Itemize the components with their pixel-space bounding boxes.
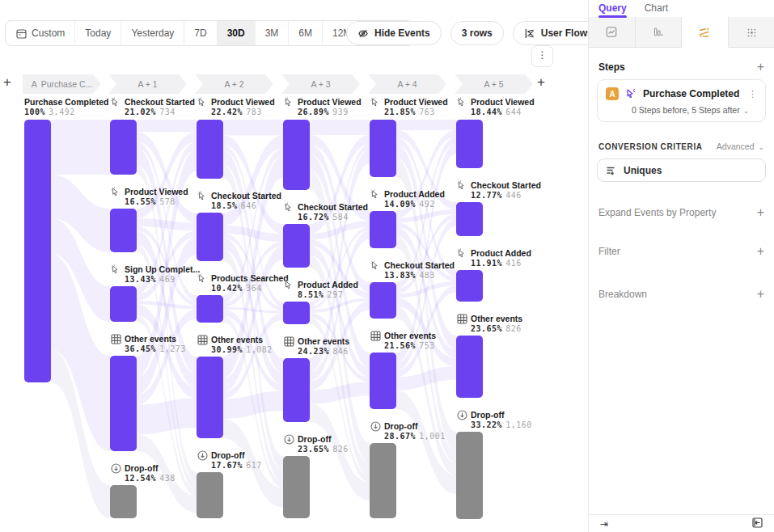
sankey-node-label[interactable]: Drop-off33.22%1,160 (456, 409, 532, 432)
chart-type-bar-button[interactable] (636, 17, 683, 47)
sankey-node-label[interactable]: Product Added11.91%416 (456, 247, 531, 270)
sankey-node-label[interactable]: Other events23.65%826 (456, 313, 522, 336)
sankey-node-bar[interactable] (197, 472, 223, 518)
add-step-before-button[interactable]: + (3, 76, 11, 89)
column-header-0[interactable]: APurchase C... (23, 74, 101, 94)
expand-events-row[interactable]: Expand Events by Property + (598, 207, 764, 218)
sankey-node-label[interactable]: Product Viewed26.89%939 (283, 96, 362, 119)
range-yesterday-button[interactable]: Yesterday (121, 21, 184, 45)
sankey-node-bar[interactable] (197, 120, 223, 179)
sankey-node-bar[interactable] (283, 302, 310, 324)
range-3m-button[interactable]: 3M (255, 21, 289, 45)
sankey-node-bar[interactable] (283, 358, 310, 422)
sankey-node-bar[interactable] (110, 286, 137, 322)
column-header-2[interactable]: A + 2 (195, 74, 273, 94)
sankey-node-bar[interactable] (456, 270, 483, 302)
sankey-node-label[interactable]: Product Viewed16.55%578 (110, 186, 188, 209)
range-7d-button[interactable]: 7D (184, 21, 216, 45)
step-card[interactable]: A Purchase Completed ⋮ 0 Steps before, 5… (597, 79, 766, 122)
hide-events-button[interactable]: Hide Events (346, 21, 442, 45)
flow-ribbon (396, 209, 456, 222)
sankey-node-bar[interactable] (197, 213, 223, 261)
range-today-button[interactable]: Today (74, 21, 121, 45)
column-header-5[interactable]: A + 5 (455, 74, 533, 94)
tab-chart[interactable]: Chart (645, 2, 668, 16)
sankey-node-bar[interactable] (370, 282, 396, 319)
sankey-node-bar[interactable] (110, 356, 137, 451)
column-header-3[interactable]: A + 3 (281, 74, 360, 94)
sankey-node-label[interactable]: Checkout Started18.5%646 (197, 190, 281, 213)
sankey-node-bar[interactable] (283, 120, 310, 190)
breakdown-row[interactable]: Breakdown + (598, 289, 764, 300)
sankey-node-label[interactable]: Purchase Completed100%3,492 (24, 96, 108, 119)
sankey-node-bar[interactable] (110, 120, 137, 175)
counting-method-button[interactable]: Uniques (597, 158, 766, 182)
filter-row[interactable]: Filter + (598, 246, 764, 257)
column-header-4[interactable]: A + 4 (368, 74, 446, 94)
sankey-node-bar[interactable] (197, 357, 223, 438)
sankey-node-bar[interactable] (110, 209, 137, 252)
sankey-node-label[interactable]: Drop-off17.67%617 (197, 450, 262, 472)
sankey-node-label[interactable]: Product Viewed22.42%783 (197, 96, 275, 119)
node-title: Drop-off (211, 450, 244, 460)
sankey-node-label[interactable]: Drop-off23.65%826 (283, 433, 349, 456)
sankey-node-label[interactable]: Product Added14.09%492 (370, 188, 445, 211)
sankey-node-label[interactable]: Drop-off12.54%438 (110, 462, 176, 485)
sankey-node-bar[interactable] (456, 432, 483, 519)
sankey-node-label[interactable]: Product Viewed21.85%763 (370, 96, 448, 119)
sankey-node-bar[interactable] (370, 443, 396, 518)
range-30d-button[interactable]: 30D (217, 21, 255, 45)
sankey-node-bar[interactable] (456, 336, 483, 398)
sankey-node-bar[interactable] (456, 202, 483, 236)
range-6m-button[interactable]: 6M (288, 21, 322, 45)
steps-before-after-toggle[interactable]: 0 Steps before, 5 Steps after⌄ (632, 105, 757, 115)
grid-icon (110, 333, 121, 344)
node-count: 1,001 (419, 432, 446, 441)
add-breakdown-button[interactable]: + (757, 289, 764, 300)
sankey-node-label[interactable]: Checkout Started13.83%483 (370, 260, 455, 282)
add-expand-property-button[interactable]: + (757, 207, 764, 218)
sankey-node-label[interactable]: Other events36.45%1,273 (110, 333, 186, 356)
sankey-node-bar[interactable] (197, 295, 223, 323)
step-options-button[interactable]: ⋮ (748, 89, 757, 99)
range-custom-button[interactable]: Custom (6, 21, 74, 45)
sankey-node-label[interactable]: Sign Up Complet...13.43%469 (110, 264, 200, 286)
sankey-node-label[interactable]: Products Searched10.42%364 (197, 272, 289, 295)
chart-type-line-button[interactable] (589, 17, 636, 47)
chart-more-options-button[interactable]: ⋮ (531, 45, 553, 67)
advanced-dropdown[interactable]: Advanced ⌄ (717, 141, 764, 151)
sankey-node-bar[interactable] (283, 456, 310, 518)
tab-query[interactable]: Query (598, 2, 627, 16)
cursor-icon (456, 247, 467, 259)
sankey-node-label[interactable]: Product Added8.51%297 (283, 279, 358, 302)
collapse-panel-icon[interactable] (752, 517, 763, 530)
sankey-node-bar[interactable] (370, 353, 396, 409)
cursor-icon (456, 96, 467, 108)
add-step-after-button[interactable]: + (537, 76, 545, 89)
sankey-node-label[interactable]: Product Viewed18.44%644 (456, 96, 535, 119)
flow-ribbon (310, 382, 370, 403)
add-filter-button[interactable]: + (757, 246, 764, 257)
filter-label: Filter (598, 246, 620, 257)
flow-ribbon (396, 120, 456, 130)
sankey-node-label[interactable]: Checkout Started12.77%446 (456, 179, 541, 202)
sankey-node-bar[interactable] (370, 120, 396, 177)
sankey-node-label[interactable]: Other events24.23%846 (283, 336, 349, 358)
sankey-node-bar[interactable] (110, 485, 137, 518)
sankey-node-bar[interactable] (370, 211, 396, 248)
sankey-node-label[interactable]: Checkout Started21.02%734 (110, 96, 195, 119)
node-percent: 13.43% (125, 275, 156, 284)
sankey-node-bar[interactable] (283, 224, 310, 268)
sankey-node-bar[interactable] (24, 120, 51, 382)
sankey-node-label[interactable]: Drop-off28.67%1,001 (370, 420, 446, 443)
column-header-1[interactable]: A + 1 (108, 74, 187, 94)
chart-type-flows-button[interactable] (682, 17, 729, 48)
sankey-node-label[interactable]: Other events30.99%1,082 (197, 334, 273, 357)
sankey-node-label[interactable]: Other events21.56%753 (370, 330, 436, 353)
sankey-node-label[interactable]: Checkout Started16.72%584 (283, 201, 368, 224)
expand-panel-icon[interactable]: ⇥ (600, 519, 608, 529)
rows-count-button[interactable]: 3 rows (450, 21, 504, 45)
chart-type-more-button[interactable] (729, 17, 774, 47)
add-step-button[interactable]: + (757, 61, 764, 73)
sankey-node-bar[interactable] (456, 120, 483, 168)
